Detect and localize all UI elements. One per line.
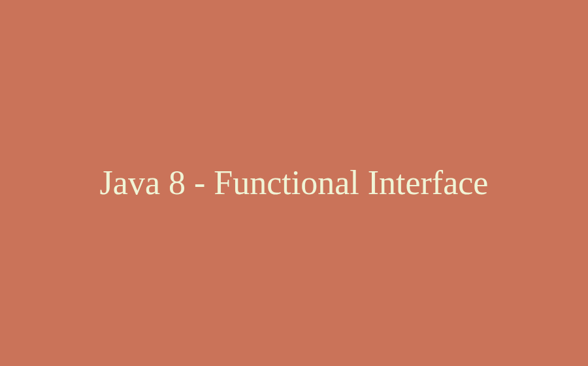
page-title: Java 8 - Functional Interface (87, 161, 502, 205)
